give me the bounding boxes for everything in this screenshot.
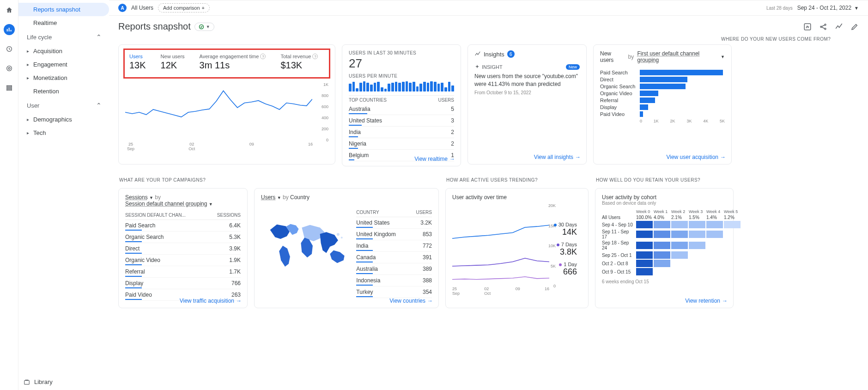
list-row[interactable]: Direct3.9K [125, 243, 241, 255]
sidebar-item-reports-snapshot[interactable]: Reports snapshot [18, 3, 109, 16]
world-map [261, 204, 352, 298]
campaigns-dimension[interactable]: Session default channel grouping ▼ [125, 201, 241, 207]
view-all-insights-link[interactable]: View all insights→ [534, 154, 581, 160]
customize-icon[interactable] [803, 23, 812, 31]
list-row[interactable]: Canada391 [356, 252, 432, 263]
metric-avg-engagement[interactable]: Average engagement time? 3m 11s [200, 54, 266, 71]
svg-point-12 [337, 233, 340, 236]
sparkle-icon [474, 64, 480, 70]
insights-icon[interactable] [835, 23, 843, 31]
sidebar-item-monetization[interactable]: ▸Monetization [18, 71, 109, 85]
date-range-picker[interactable]: Sep 24 - Oct 21, 2022 [797, 5, 851, 11]
svg-point-2 [8, 67, 10, 69]
hbar-row: Paid Search [600, 70, 725, 75]
edit-icon[interactable] [850, 23, 859, 31]
sidebar-item-retention[interactable]: Retention [18, 85, 109, 98]
view-realtime-link[interactable]: View realtime→ [414, 156, 455, 162]
svg-point-1 [6, 66, 12, 71]
audience-chip-icon[interactable]: A [118, 4, 127, 12]
toolbar-icons [803, 23, 859, 31]
view-traffic-acquisition-link[interactable]: View traffic acquisition→ [180, 298, 242, 304]
users-per-minute-label: USERS PER MINUTE [349, 73, 454, 79]
new-users-title[interactable]: New users by First user default channel … [600, 50, 725, 63]
table-row[interactable]: United States3 [349, 115, 454, 127]
card-realtime: USERS IN LAST 30 MINUTES 27 USERS PER MI… [342, 44, 461, 166]
list-row[interactable]: Paid Search6.4K [125, 220, 241, 232]
cohort-row: Oct 2 - Oct 8 [602, 260, 727, 267]
sidebar-item-acquisition[interactable]: ▸Acquisition [18, 44, 109, 58]
card-users-by-country: Users ▼ by Country [254, 188, 439, 308]
sidebar-item-demographics[interactable]: ▸Demographics [18, 113, 109, 126]
help-icon[interactable]: ? [260, 54, 266, 59]
list-row[interactable]: United Kingdom853 [356, 229, 432, 240]
cohort-row: Sep 18 - Sep 24 [602, 240, 727, 250]
main: A All Users Add comparison+ Last 28 days… [109, 0, 868, 390]
table-row[interactable]: Nigeria2 [349, 138, 454, 150]
view-user-acquisition-link[interactable]: View user acquisition→ [666, 154, 726, 160]
overview-metrics-highlight: Users 13K New users 12K Average engageme… [123, 49, 330, 79]
sidebar-item-realtime[interactable]: Realtime [18, 16, 109, 30]
list-row[interactable]: United States3.2K [356, 217, 432, 229]
add-comparison-button[interactable]: Add comparison+ [158, 3, 210, 12]
list-row[interactable]: Organic Search5.3K [125, 232, 241, 243]
sidebar-section-user[interactable]: User⌃ [18, 98, 109, 113]
list-row[interactable]: Display766 [125, 278, 241, 289]
hbar-axis: 01K2K3K4K5K [640, 119, 725, 123]
list-row[interactable]: Australia389 [356, 263, 432, 275]
list-row[interactable]: India772 [356, 240, 432, 252]
page-title: Reports snapshot [118, 21, 191, 32]
activity-legend: 30 Days14K 7 Days3.8K 1 Day666 [554, 222, 577, 281]
table-row[interactable]: Australia5 [349, 104, 454, 115]
sidebar: Reports snapshot Realtime Life cycle⌃ ▸A… [18, 0, 109, 390]
view-countries-link[interactable]: View countries→ [389, 298, 433, 304]
sidebar-item-engagement[interactable]: ▸Engagement [18, 58, 109, 71]
topbar: A All Users Add comparison+ Last 28 days… [109, 0, 868, 16]
list-row[interactable]: Referral1.7K [125, 266, 241, 278]
card-insights: Insights 6 INSIGHT New New users from th… [467, 44, 587, 165]
list-row[interactable]: Turkey354 [356, 286, 432, 298]
svg-point-13 [341, 237, 343, 238]
heading-active-users-trending: HOW ARE ACTIVE USERS TRENDING? [445, 175, 589, 185]
configure-icon[interactable] [4, 82, 15, 93]
advertising-icon[interactable] [4, 63, 15, 74]
metric-total-revenue[interactable]: Total revenue? $13K [280, 54, 318, 71]
sidebar-section-lifecycle[interactable]: Life cycle⌃ [18, 30, 109, 44]
reports-icon[interactable] [4, 24, 15, 35]
status-check-dropdown[interactable]: ▼ [194, 23, 214, 31]
help-icon[interactable]: ? [312, 54, 318, 59]
card-cohort: User activity by cohort Based on device … [595, 188, 734, 308]
insights-count: 6 [507, 50, 515, 58]
y-axis: 1K8006004002000 [316, 82, 328, 142]
metric-new-users[interactable]: New users 12K [161, 54, 185, 71]
hbar-row: Display [600, 104, 725, 110]
campaigns-title[interactable]: Sessions ▼ by [125, 194, 241, 201]
metric-users[interactable]: Users 13K [129, 54, 146, 71]
view-retention-link[interactable]: View retention→ [685, 298, 728, 304]
table-row[interactable]: India2 [349, 127, 454, 138]
explore-icon[interactable] [4, 43, 15, 55]
sidebar-label: Realtime [33, 19, 57, 26]
card-new-users-channel: New users by First user default channel … [593, 44, 732, 165]
list-row[interactable]: Organic Video1.9K [125, 255, 241, 266]
share-icon[interactable] [819, 23, 827, 31]
home-icon[interactable] [4, 5, 15, 16]
plus-icon: + [202, 5, 205, 11]
hbar-row: Referral [600, 98, 725, 103]
arrow-right-icon: → [236, 298, 242, 304]
cohort-title: User activity by cohort [602, 194, 727, 201]
chevron-down-icon[interactable]: ▼ [854, 6, 859, 11]
country-title[interactable]: Users ▼ by Country [261, 194, 432, 201]
card-overview: Users 13K New users 12K Average engageme… [118, 44, 335, 165]
cohort-row: Sep 25 - Oct 1 [602, 251, 727, 259]
sidebar-item-tech[interactable]: ▸Tech [18, 126, 109, 140]
chevron-up-icon: ⌃ [96, 33, 102, 41]
card-user-activity: User activity over time 25 Sep02 Oct0916… [445, 188, 589, 308]
cohort-row: Sep 11 - Sep 17 [602, 229, 727, 239]
svg-rect-6 [24, 380, 30, 384]
sidebar-library[interactable]: Library [23, 378, 53, 385]
date-range-label: Last 28 days [766, 6, 793, 11]
insight-date: From October 9 to 15, 2022 [474, 90, 580, 95]
list-row[interactable]: Indonesia388 [356, 275, 432, 286]
cohort-row: Sep 4 - Sep 10 [602, 221, 727, 228]
all-users-label[interactable]: All Users [131, 5, 153, 11]
